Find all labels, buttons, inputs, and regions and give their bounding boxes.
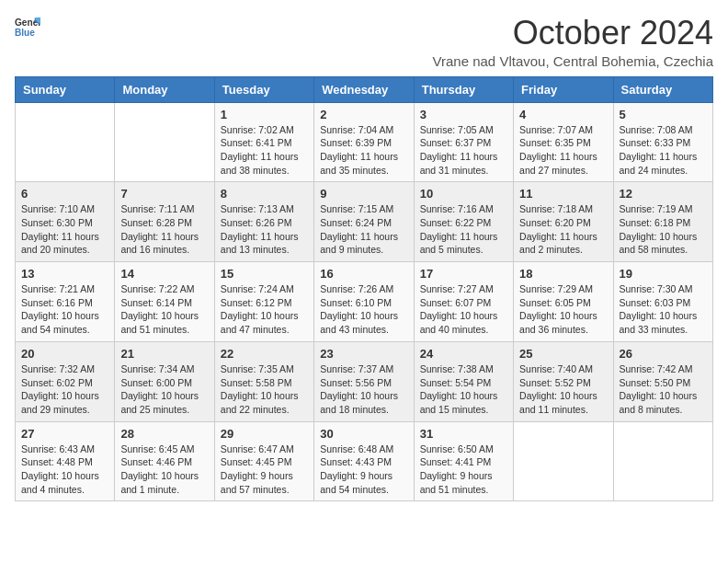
day-info: Sunrise: 6:50 AM Sunset: 4:41 PM Dayligh… [420, 442, 507, 497]
calendar-cell: 31Sunrise: 6:50 AM Sunset: 4:41 PM Dayli… [414, 421, 513, 501]
calendar-cell: 28Sunrise: 6:45 AM Sunset: 4:46 PM Dayli… [115, 421, 214, 501]
weekday-header-row: SundayMondayTuesdayWednesdayThursdayFrid… [16, 76, 713, 102]
day-number: 1 [221, 108, 308, 121]
day-number: 22 [221, 347, 308, 361]
day-info: Sunrise: 7:29 AM Sunset: 6:05 PM Dayligh… [519, 282, 607, 337]
calendar-cell: 19Sunrise: 7:30 AM Sunset: 6:03 PM Dayli… [613, 262, 712, 342]
weekday-header-saturday: Saturday [613, 76, 712, 102]
day-number: 30 [320, 427, 407, 441]
calendar-cell: 13Sunrise: 7:21 AM Sunset: 6:16 PM Dayli… [16, 262, 115, 342]
day-info: Sunrise: 7:04 AM Sunset: 6:39 PM Dayligh… [320, 123, 407, 178]
day-number: 23 [320, 347, 407, 361]
calendar-cell: 15Sunrise: 7:24 AM Sunset: 6:12 PM Dayli… [214, 262, 313, 342]
day-info: Sunrise: 7:27 AM Sunset: 6:07 PM Dayligh… [420, 282, 507, 337]
day-number: 9 [320, 187, 407, 201]
day-number: 18 [519, 267, 607, 281]
day-number: 27 [21, 427, 108, 441]
day-number: 3 [420, 108, 507, 121]
day-info: Sunrise: 7:11 AM Sunset: 6:28 PM Dayligh… [120, 202, 208, 257]
day-info: Sunrise: 7:37 AM Sunset: 5:56 PM Dayligh… [320, 362, 407, 417]
calendar-week-3: 13Sunrise: 7:21 AM Sunset: 6:16 PM Dayli… [16, 262, 713, 342]
calendar-cell: 7Sunrise: 7:11 AM Sunset: 6:28 PM Daylig… [115, 182, 214, 262]
day-number: 21 [120, 347, 208, 361]
day-number: 19 [620, 267, 707, 281]
day-number: 5 [620, 108, 707, 121]
calendar-cell: 8Sunrise: 7:13 AM Sunset: 6:26 PM Daylig… [214, 182, 313, 262]
day-number: 28 [120, 427, 208, 441]
day-number: 8 [221, 187, 308, 201]
calendar: SundayMondayTuesdayWednesdayThursdayFrid… [15, 76, 713, 502]
day-info: Sunrise: 7:05 AM Sunset: 6:37 PM Dayligh… [420, 123, 507, 178]
day-info: Sunrise: 7:21 AM Sunset: 6:16 PM Dayligh… [21, 282, 108, 337]
location: Vrane nad Vltavou, Central Bohemia, Czec… [433, 53, 713, 69]
calendar-cell: 1Sunrise: 7:02 AM Sunset: 6:41 PM Daylig… [214, 102, 313, 182]
logo-icon: General Blue [15, 15, 40, 40]
day-number: 11 [519, 187, 607, 201]
calendar-week-2: 6Sunrise: 7:10 AM Sunset: 6:30 PM Daylig… [16, 182, 713, 262]
day-info: Sunrise: 7:32 AM Sunset: 6:02 PM Dayligh… [21, 362, 108, 417]
calendar-cell: 30Sunrise: 6:48 AM Sunset: 4:43 PM Dayli… [314, 421, 414, 501]
calendar-cell: 16Sunrise: 7:26 AM Sunset: 6:10 PM Dayli… [314, 262, 414, 342]
calendar-cell: 20Sunrise: 7:32 AM Sunset: 6:02 PM Dayli… [16, 341, 115, 421]
day-info: Sunrise: 6:45 AM Sunset: 4:46 PM Dayligh… [120, 442, 208, 497]
weekday-header-tuesday: Tuesday [214, 76, 313, 102]
calendar-cell: 11Sunrise: 7:18 AM Sunset: 6:20 PM Dayli… [514, 182, 613, 262]
logo: General Blue [15, 15, 40, 40]
weekday-header-friday: Friday [514, 76, 613, 102]
day-info: Sunrise: 7:13 AM Sunset: 6:26 PM Dayligh… [221, 202, 308, 257]
weekday-header-monday: Monday [115, 76, 214, 102]
day-number: 6 [21, 187, 108, 201]
calendar-cell: 18Sunrise: 7:29 AM Sunset: 6:05 PM Dayli… [514, 262, 613, 342]
day-number: 26 [620, 347, 707, 361]
calendar-cell: 23Sunrise: 7:37 AM Sunset: 5:56 PM Dayli… [314, 341, 414, 421]
day-number: 16 [320, 267, 407, 281]
calendar-week-1: 1Sunrise: 7:02 AM Sunset: 6:41 PM Daylig… [16, 102, 713, 182]
day-number: 31 [420, 427, 507, 441]
calendar-cell: 9Sunrise: 7:15 AM Sunset: 6:24 PM Daylig… [314, 182, 414, 262]
calendar-week-5: 27Sunrise: 6:43 AM Sunset: 4:48 PM Dayli… [16, 421, 713, 501]
calendar-cell: 21Sunrise: 7:34 AM Sunset: 6:00 PM Dayli… [115, 341, 214, 421]
day-number: 2 [320, 108, 407, 121]
day-info: Sunrise: 6:48 AM Sunset: 4:43 PM Dayligh… [320, 442, 407, 497]
calendar-cell [16, 102, 115, 182]
day-info: Sunrise: 7:26 AM Sunset: 6:10 PM Dayligh… [320, 282, 407, 337]
calendar-cell: 12Sunrise: 7:19 AM Sunset: 6:18 PM Dayli… [613, 182, 712, 262]
calendar-week-4: 20Sunrise: 7:32 AM Sunset: 6:02 PM Dayli… [16, 341, 713, 421]
day-info: Sunrise: 7:18 AM Sunset: 6:20 PM Dayligh… [519, 202, 607, 257]
day-number: 29 [221, 427, 308, 441]
day-info: Sunrise: 6:47 AM Sunset: 4:45 PM Dayligh… [221, 442, 308, 497]
day-info: Sunrise: 7:07 AM Sunset: 6:35 PM Dayligh… [519, 123, 607, 178]
day-number: 10 [420, 187, 507, 201]
day-info: Sunrise: 7:10 AM Sunset: 6:30 PM Dayligh… [21, 202, 108, 257]
day-number: 20 [21, 347, 108, 361]
header: General Blue October 2024 Vrane nad Vlta… [15, 15, 713, 69]
day-number: 4 [519, 108, 607, 121]
title-area: October 2024 Vrane nad Vltavou, Central … [433, 15, 713, 69]
calendar-cell: 2Sunrise: 7:04 AM Sunset: 6:39 PM Daylig… [314, 102, 414, 182]
calendar-cell: 25Sunrise: 7:40 AM Sunset: 5:52 PM Dayli… [514, 341, 613, 421]
day-info: Sunrise: 7:16 AM Sunset: 6:22 PM Dayligh… [420, 202, 507, 257]
day-number: 17 [420, 267, 507, 281]
day-info: Sunrise: 7:22 AM Sunset: 6:14 PM Dayligh… [120, 282, 208, 337]
day-number: 14 [120, 267, 208, 281]
day-number: 7 [120, 187, 208, 201]
calendar-cell: 3Sunrise: 7:05 AM Sunset: 6:37 PM Daylig… [414, 102, 513, 182]
calendar-cell [613, 421, 712, 501]
weekday-header-wednesday: Wednesday [314, 76, 414, 102]
svg-text:Blue: Blue [15, 28, 35, 38]
calendar-cell: 27Sunrise: 6:43 AM Sunset: 4:48 PM Dayli… [16, 421, 115, 501]
calendar-cell: 29Sunrise: 6:47 AM Sunset: 4:45 PM Dayli… [214, 421, 313, 501]
day-number: 13 [21, 267, 108, 281]
calendar-cell: 14Sunrise: 7:22 AM Sunset: 6:14 PM Dayli… [115, 262, 214, 342]
calendar-cell: 5Sunrise: 7:08 AM Sunset: 6:33 PM Daylig… [613, 102, 712, 182]
calendar-cell: 4Sunrise: 7:07 AM Sunset: 6:35 PM Daylig… [514, 102, 613, 182]
day-info: Sunrise: 7:34 AM Sunset: 6:00 PM Dayligh… [120, 362, 208, 417]
day-number: 24 [420, 347, 507, 361]
day-number: 12 [620, 187, 707, 201]
weekday-header-sunday: Sunday [16, 76, 115, 102]
day-info: Sunrise: 7:30 AM Sunset: 6:03 PM Dayligh… [620, 282, 707, 337]
weekday-header-thursday: Thursday [414, 76, 513, 102]
calendar-cell: 10Sunrise: 7:16 AM Sunset: 6:22 PM Dayli… [414, 182, 513, 262]
month-title: October 2024 [433, 15, 713, 52]
day-info: Sunrise: 7:19 AM Sunset: 6:18 PM Dayligh… [620, 202, 707, 257]
